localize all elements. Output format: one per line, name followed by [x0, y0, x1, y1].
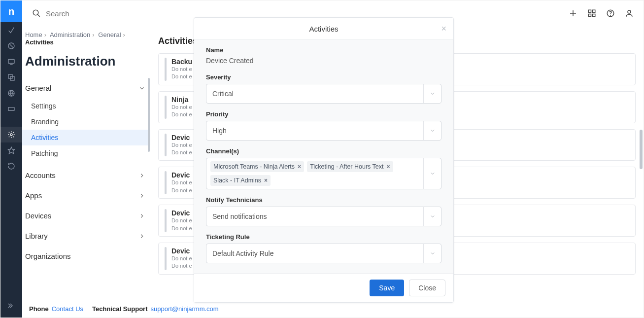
footer-phone-label: Phone — [29, 305, 49, 313]
svg-point-8 — [10, 134, 12, 136]
svg-point-10 — [33, 10, 38, 15]
svg-point-20 — [628, 10, 631, 13]
add-icon[interactable] — [569, 9, 577, 18]
severity-select[interactable]: Critical — [206, 84, 441, 104]
content-scrollbar[interactable] — [639, 51, 643, 295]
sidebar-section-devices[interactable]: Devices — [22, 206, 150, 226]
drag-handle-icon[interactable] — [165, 171, 167, 194]
search-icon[interactable] — [32, 9, 41, 18]
tag-remove-icon[interactable]: × — [386, 163, 390, 170]
close-button[interactable]: Close — [409, 280, 445, 296]
sidebar-section-organizations[interactable]: Organizations — [22, 246, 150, 266]
drag-handle-icon[interactable] — [165, 247, 167, 270]
expand-rail-icon[interactable] — [0, 298, 22, 314]
activity-title: Devic — [171, 247, 192, 255]
breadcrumb-current: Activities — [25, 38, 54, 46]
user-icon[interactable] — [625, 9, 634, 18]
select-value: High — [212, 127, 227, 135]
channel-tag: Slack - IT Admins × — [210, 175, 271, 186]
tag-label: Ticketing - After Hours Text — [310, 163, 383, 170]
sidebar-section-library[interactable]: Library — [22, 226, 150, 246]
svg-rect-17 — [593, 14, 595, 17]
select-value: Send notifications — [212, 212, 267, 220]
priority-select[interactable]: High — [206, 121, 441, 141]
left-rail: n — [0, 0, 22, 318]
sidebar-section-apps[interactable]: Apps — [22, 185, 150, 206]
tag-remove-icon[interactable]: × — [298, 163, 301, 170]
star-icon[interactable] — [0, 142, 22, 158]
tag-label: Microsoft Teams - Ninja Alerts — [213, 163, 295, 170]
svg-rect-14 — [588, 10, 591, 12]
chevron-right-icon — [138, 192, 145, 199]
sidebar-item-activities[interactable]: Activities — [22, 130, 150, 145]
activity-subtext: Do not e — [171, 111, 192, 118]
svg-rect-7 — [8, 107, 14, 111]
history-icon[interactable] — [0, 158, 22, 174]
chevron-right-icon — [138, 212, 145, 219]
close-icon[interactable]: × — [441, 24, 446, 34]
breadcrumb-item[interactable]: General — [98, 31, 121, 38]
brand-logo[interactable]: n — [0, 0, 22, 22]
chevron-down-icon — [423, 244, 441, 263]
sidebar-section-accounts[interactable]: Accounts — [22, 165, 150, 185]
channel-tag: Microsoft Teams - Ninja Alerts × — [210, 161, 304, 172]
globe-icon[interactable] — [0, 85, 22, 101]
admin-sidebar: Home› Administration› General› Activitie… — [22, 26, 150, 300]
field-label-notify: Notify Technicians — [206, 196, 441, 204]
drag-handle-icon[interactable] — [165, 134, 167, 157]
sidebar-section-general[interactable]: General — [22, 78, 150, 98]
chevron-down-icon — [138, 85, 145, 92]
activity-title: Backu — [171, 58, 192, 66]
activity-subtext: Do not e — [171, 225, 192, 232]
save-button[interactable]: Save — [370, 280, 404, 296]
search-input[interactable] — [46, 9, 144, 18]
tag-remove-icon[interactable]: × — [264, 177, 268, 184]
channel-tag: Ticketing - After Hours Text × — [307, 161, 393, 172]
help-icon[interactable] — [606, 9, 615, 18]
field-label-channels: Channel(s) — [206, 147, 441, 155]
notify-select[interactable]: Send notifications — [206, 207, 441, 226]
breadcrumb-item[interactable]: Administration — [50, 31, 90, 38]
activity-title: Ninja — [171, 96, 192, 104]
channels-select[interactable]: Microsoft Teams - Ninja Alerts × Ticketi… — [206, 158, 441, 189]
compass-icon[interactable] — [0, 38, 22, 54]
monitor-icon[interactable] — [0, 54, 22, 70]
activity-title: Devic — [171, 134, 192, 141]
breadcrumb: Home› Administration› General› Activitie… — [22, 26, 150, 49]
apps-grid-icon[interactable] — [587, 9, 596, 18]
field-label-severity: Severity — [206, 73, 441, 81]
activity-title: Devic — [171, 171, 192, 179]
sidebar-section-label: General — [25, 84, 51, 92]
activity-subtext: Do not e — [171, 179, 192, 186]
field-value-name: Device Created — [206, 57, 441, 67]
sidebar-section-label: Library — [25, 232, 48, 240]
drag-handle-icon[interactable] — [165, 96, 167, 119]
drag-handle-icon[interactable] — [165, 58, 167, 81]
modal-title: Activities — [309, 25, 338, 33]
breadcrumb-item[interactable]: Home — [25, 31, 42, 38]
ticket-icon[interactable] — [0, 101, 22, 117]
sidebar-item-settings[interactable]: Settings — [22, 98, 150, 114]
activity-subtext: Do not e — [171, 255, 192, 262]
drag-handle-icon[interactable] — [165, 209, 167, 232]
activity-subtext: Do not e — [171, 187, 192, 194]
ticketing-select[interactable]: Default Activity Rule — [206, 244, 441, 263]
activity-subtext: Do not e — [171, 73, 192, 80]
activity-title: Devic — [171, 209, 192, 217]
svg-point-19 — [610, 15, 611, 15]
chevron-right-icon — [138, 233, 145, 240]
sidebar-item-patching[interactable]: Patching — [22, 145, 150, 161]
sidebar-item-branding[interactable]: Branding — [22, 114, 150, 130]
rocket-icon[interactable] — [0, 22, 22, 38]
activity-subtext: Do not e — [171, 217, 192, 224]
sidebar-section-label: Accounts — [25, 171, 56, 179]
contact-us-link[interactable]: Contact Us — [52, 305, 83, 313]
svg-rect-16 — [588, 14, 591, 17]
footer-tech-label: Technical Support — [92, 305, 147, 313]
activity-subtext: Do not e — [171, 141, 192, 149]
gear-icon[interactable] — [0, 127, 22, 142]
svg-rect-15 — [593, 10, 595, 12]
support-email-link[interactable]: support@ninjarmm.com — [150, 305, 218, 313]
layers-icon[interactable] — [0, 70, 22, 85]
field-label-ticketing: Ticketing Rule — [206, 233, 441, 241]
